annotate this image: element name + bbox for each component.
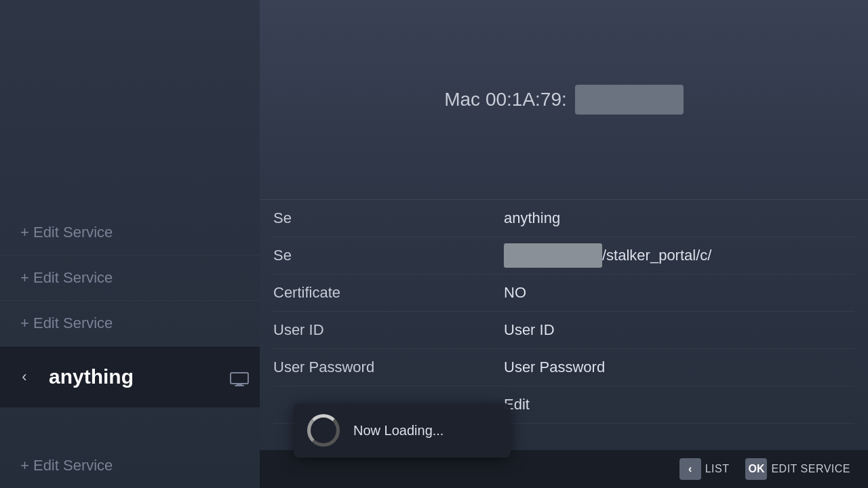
mac-row: Mac 00:1A:79: (444, 85, 684, 115)
form-row-user-password: User Password User Password (273, 349, 854, 386)
form-row-user-id: User ID User ID (273, 312, 854, 349)
ok-text: OK (748, 463, 764, 475)
form-section: Now Loading... Se anything Se /stalker_p… (260, 200, 868, 450)
form-row-certificate: Certificate NO (273, 274, 854, 312)
url-suffix: /stalker_portal/c/ (602, 247, 711, 264)
active-service-name: anything (49, 365, 219, 388)
form-label-service-name: Se (273, 209, 504, 227)
form-value-user-id: User ID (504, 321, 854, 339)
form-row-service-name: Se anything (273, 200, 854, 237)
sidebar-item-label-2: + Edit Service (20, 269, 113, 286)
mac-value-box (575, 85, 684, 115)
ok-edit-button[interactable]: OK EDIT SERVICE (738, 454, 857, 484)
sidebar-item-label-3: + Edit Service (20, 314, 113, 331)
list-icon: ‹ (679, 458, 701, 480)
url-prefix-box (504, 243, 602, 268)
main-content: Mac 00:1A:79: Now Loading... Se anything… (260, 0, 868, 488)
sidebar-item-label-1: + Edit Service (20, 224, 113, 241)
form-value-url: /stalker_portal/c/ (504, 243, 854, 268)
form-label-certificate: Certificate (273, 284, 504, 302)
sidebar-bottom-item[interactable]: + Edit Service (0, 443, 260, 488)
sidebar: + Edit Service + Edit Service + Edit Ser… (0, 0, 260, 488)
loading-spinner (307, 414, 340, 447)
sidebar-bottom-label: + Edit Service (20, 457, 113, 474)
form-value-service-name: anything (504, 209, 854, 227)
form-label-user-id: User ID (273, 321, 504, 339)
svg-rect-0 (231, 373, 248, 384)
sidebar-item-1[interactable]: + Edit Service (0, 210, 260, 256)
loading-overlay: Now Loading... (294, 403, 511, 458)
form-label-user-password: User Password (273, 359, 504, 376)
list-button[interactable]: ‹ LIST (673, 454, 736, 484)
form-row-server-url: Se /stalker_portal/c/ (273, 237, 854, 274)
mac-label: Mac 00:1A:79: (444, 89, 567, 110)
ok-icon: OK (745, 458, 767, 480)
sidebar-item-3[interactable]: + Edit Service (0, 301, 260, 346)
sidebar-menu: + Edit Service + Edit Service + Edit Ser… (0, 0, 260, 443)
form-label-server-url: Se (273, 247, 504, 264)
edit-service-label: EDIT SERVICE (771, 463, 850, 475)
top-section: Mac 00:1A:79: (260, 0, 868, 200)
sidebar-active-item: ‹ anything (0, 346, 260, 407)
list-label: LIST (705, 463, 730, 475)
svg-rect-2 (235, 385, 244, 386)
form-value-user-password: User Password (504, 359, 854, 376)
monitor-icon (230, 372, 249, 394)
loading-text: Now Loading... (353, 423, 443, 439)
sidebar-item-2[interactable]: + Edit Service (0, 256, 260, 301)
back-arrow-icon[interactable]: ‹ (11, 363, 38, 390)
form-value-certificate: NO (504, 284, 854, 302)
